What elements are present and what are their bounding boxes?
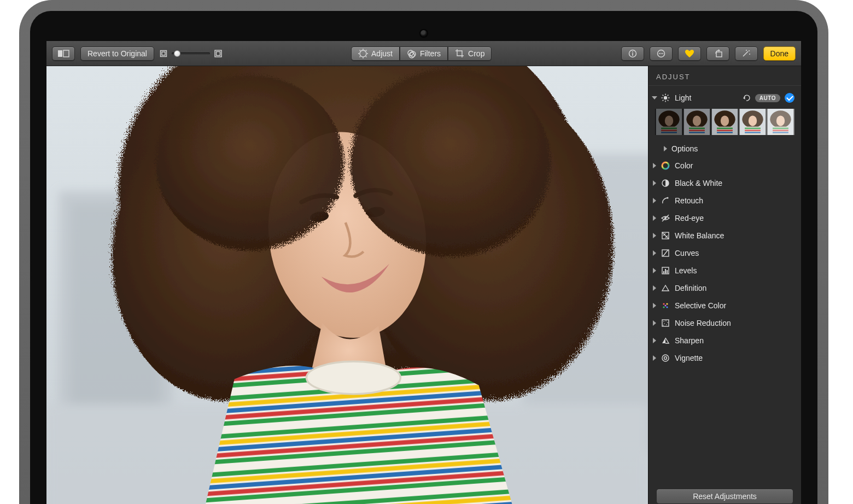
svg-point-28	[749, 54, 750, 55]
svg-line-26	[743, 51, 748, 56]
edit-mode-segmented-control: Adjust Filters Crop	[351, 46, 492, 61]
magic-wand-icon	[741, 49, 751, 58]
adjustment-light-header[interactable]: Light AUTO	[648, 89, 801, 107]
adjustment-label: Curves	[675, 249, 794, 257]
svg-point-83	[663, 321, 664, 322]
adjustment-label: Levels	[675, 266, 794, 275]
disclosure-triangle-icon	[653, 285, 656, 291]
svg-point-29	[746, 50, 747, 51]
done-label: Done	[770, 49, 788, 58]
favorite-button[interactable]	[678, 46, 701, 61]
tab-filters[interactable]: Filters	[400, 46, 448, 61]
adjustment-redeye-row[interactable]: Red-eye	[648, 209, 801, 227]
light-thumb-4[interactable]	[739, 109, 767, 135]
light-thumb-2[interactable]	[683, 109, 711, 135]
tab-adjust[interactable]: Adjust	[351, 46, 400, 61]
svg-line-57	[663, 100, 664, 101]
disclosure-triangle-icon	[653, 250, 656, 256]
crop-icon	[455, 49, 465, 58]
svg-point-77	[663, 303, 664, 304]
disclosure-triangle-icon	[653, 215, 656, 221]
svg-rect-76	[667, 270, 668, 273]
svg-point-85	[667, 322, 668, 323]
edited-photo	[46, 66, 648, 504]
thumbnail-large-icon	[214, 50, 222, 57]
zoom-slider[interactable]	[172, 52, 210, 55]
adjustment-levels-row[interactable]: Levels	[648, 262, 801, 279]
main-area: ADJUST Light AUTO	[46, 66, 801, 504]
adjustment-label: White Balance	[675, 231, 794, 240]
light-options-row[interactable]: Options	[648, 140, 801, 157]
svg-line-14	[366, 50, 367, 51]
svg-line-11	[360, 50, 361, 51]
auto-enhance-button[interactable]	[735, 46, 758, 61]
heart-icon	[685, 49, 694, 58]
light-icon	[661, 93, 670, 103]
light-preview-strip[interactable]	[648, 107, 801, 140]
light-thumb-1[interactable]	[655, 109, 683, 135]
adjustment-definition-row[interactable]: Definition	[648, 279, 801, 297]
thumbnail-small-icon	[160, 50, 167, 57]
reset-adjustments-button[interactable]: Reset Adjustments	[656, 489, 793, 504]
color-icon	[661, 161, 670, 171]
rotate-ccw-icon	[713, 49, 723, 58]
adjust-dial-icon	[358, 49, 368, 58]
laptop-mockup: Revert to Original	[0, 0, 853, 504]
adjustment-label: Red-eye	[675, 214, 794, 222]
svg-point-23	[661, 53, 662, 54]
svg-point-47	[307, 361, 401, 394]
disclosure-triangle-icon	[653, 268, 656, 273]
adjustment-label: Definition	[675, 284, 794, 292]
rotate-button[interactable]	[706, 46, 729, 61]
adjustment-curves-row[interactable]: Curves	[648, 244, 801, 262]
disclosure-triangle-icon	[653, 180, 656, 186]
disclosure-triangle-icon	[653, 338, 656, 343]
light-label: Light	[675, 93, 738, 102]
svg-point-68	[667, 197, 669, 199]
svg-rect-75	[665, 269, 666, 273]
light-thumb-3[interactable]	[711, 109, 739, 135]
svg-point-90	[664, 357, 667, 360]
photo-canvas[interactable]	[46, 66, 648, 504]
svg-rect-1	[63, 50, 69, 57]
tab-crop[interactable]: Crop	[448, 46, 492, 61]
compare-split-icon	[57, 50, 69, 57]
disclosure-triangle-icon	[653, 355, 656, 361]
undo-icon[interactable]	[742, 93, 751, 102]
info-button[interactable]	[621, 46, 644, 61]
adjustment-selcolor-row[interactable]: Selective Color	[648, 297, 801, 314]
toolbar: Revert to Original	[46, 41, 801, 66]
webcam	[420, 30, 427, 37]
info-icon	[628, 49, 637, 58]
enabled-check-icon[interactable]	[785, 93, 794, 103]
svg-point-84	[665, 320, 667, 321]
svg-line-55	[663, 95, 664, 96]
light-thumb-5[interactable]	[767, 109, 794, 135]
bw-icon	[661, 178, 670, 188]
done-button[interactable]: Done	[763, 46, 796, 61]
more-button[interactable]	[650, 46, 673, 61]
svg-point-66	[662, 162, 669, 169]
svg-point-86	[664, 323, 665, 324]
adjustment-wb-row[interactable]: White Balance	[648, 227, 801, 244]
adjustment-label: Sharpen	[675, 336, 794, 345]
zoom-slider-thumb[interactable]	[174, 50, 180, 57]
adjustment-color-row[interactable]: Color	[648, 157, 801, 174]
svg-point-22	[659, 53, 660, 54]
auto-button[interactable]: AUTO	[755, 94, 780, 102]
zoom-slider-group	[160, 50, 222, 57]
disclosure-triangle-icon	[653, 303, 656, 308]
disclosure-triangle-icon	[653, 163, 656, 168]
compare-view-button[interactable]	[52, 46, 75, 61]
reset-label: Reset Adjustments	[693, 492, 757, 501]
adjustment-bw-row[interactable]: Black & White	[648, 174, 801, 192]
adjustment-sharpen-row[interactable]: Sharpen	[648, 332, 801, 349]
noise-icon	[661, 318, 670, 328]
tab-crop-label: Crop	[468, 49, 484, 58]
adjustment-noise-row[interactable]: Noise Reduction	[648, 314, 801, 332]
adjustment-label: Noise Reduction	[675, 319, 794, 327]
revert-to-original-button[interactable]: Revert to Original	[80, 46, 154, 61]
adjustment-retouch-row[interactable]: Retouch	[648, 192, 801, 209]
levels-icon	[661, 266, 670, 276]
adjustment-vignette-row[interactable]: Vignette	[648, 349, 801, 367]
